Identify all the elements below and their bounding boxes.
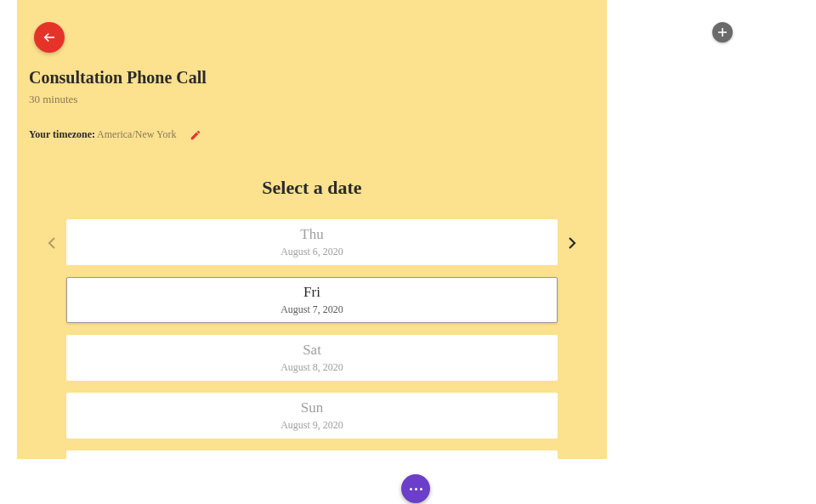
more-actions-fab[interactable]	[401, 474, 430, 503]
edit-timezone-button[interactable]	[190, 129, 201, 141]
timezone-value: America/New York	[97, 128, 176, 141]
date-list: Thu August 6, 2020 Fri August 7, 2020 Sa…	[66, 219, 558, 459]
back-button[interactable]	[34, 22, 65, 53]
chevron-left-icon	[48, 236, 56, 250]
service-duration: 30 minutes	[29, 93, 607, 106]
date-full: August 7, 2020	[280, 303, 343, 316]
ellipsis-icon	[410, 488, 422, 490]
add-button[interactable]	[712, 22, 733, 42]
date-full: August 9, 2020	[280, 419, 343, 432]
timezone-row: Your timezone: America/New York	[29, 128, 607, 141]
next-dates-button[interactable]	[558, 221, 586, 265]
date-option[interactable]: Sat August 8, 2020	[66, 335, 558, 381]
booking-widget-scroll[interactable]: Consultation Phone Call 30 minutes Your …	[17, 0, 607, 459]
service-title: Consultation Phone Call	[29, 68, 607, 88]
select-date-heading: Select a date	[17, 177, 607, 199]
date-full: August 6, 2020	[280, 246, 343, 258]
date-option[interactable]: Fri August 7, 2020	[66, 277, 558, 323]
date-full: August 8, 2020	[280, 361, 343, 374]
arrow-left-icon	[42, 30, 57, 45]
date-dow: Fri	[303, 284, 320, 301]
date-dow: Thu	[300, 226, 323, 243]
date-dow: Sun	[301, 399, 323, 416]
date-option[interactable]: Mon August 10, 2020	[66, 450, 558, 459]
date-picker: Thu August 6, 2020 Fri August 7, 2020 Sa…	[17, 219, 607, 459]
plus-icon	[717, 27, 728, 37]
prev-dates-button	[37, 221, 66, 265]
date-option[interactable]: Sun August 9, 2020	[66, 393, 558, 439]
timezone-label: Your timezone:	[29, 128, 95, 141]
date-dow: Sat	[303, 342, 321, 359]
date-option[interactable]: Thu August 6, 2020	[66, 219, 558, 265]
chevron-right-icon	[568, 236, 576, 250]
pencil-icon	[190, 129, 201, 141]
booking-widget-frame: Consultation Phone Call 30 minutes Your …	[17, 0, 607, 459]
date-dow: Mon	[298, 457, 326, 459]
